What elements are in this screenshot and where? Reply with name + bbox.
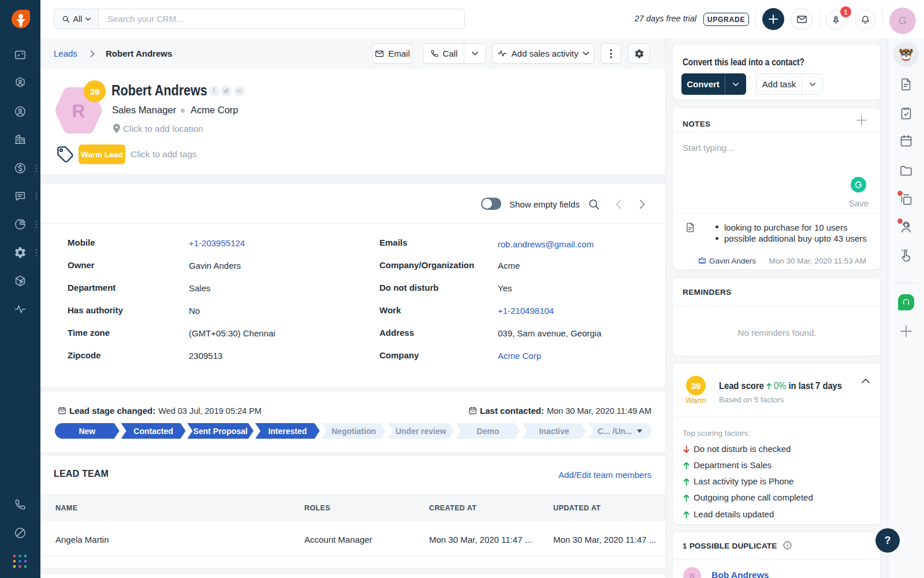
svg-text:R: R <box>72 101 85 121</box>
